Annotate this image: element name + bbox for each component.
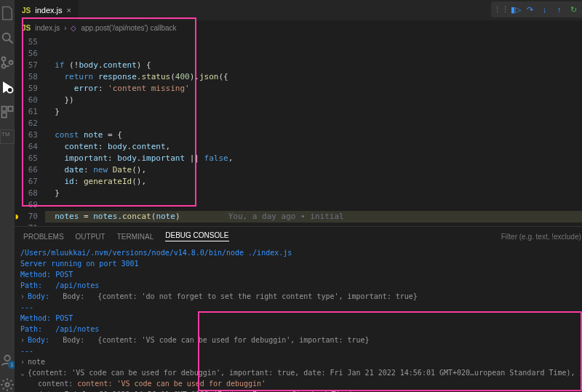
gutter: 55 56 57 58 59 60 61 62 63 64 65 66 67 6… [15,36,45,226]
console-line: Path: /api/notes [20,324,582,335]
editor-group: JS index.js × ⋮⋮ ▮▷ ↷ ↓ ↑ ↻ ◼ ▢ ⇄ ⋯ JS i… [15,0,582,392]
tab-bar: JS index.js × ⋮⋮ ▮▷ ↷ ↓ ↑ ↻ ◼ ▢ ⇄ ⋯ [15,0,582,20]
scm-icon[interactable] [0,55,15,70]
search-icon[interactable] [0,31,15,45]
accounts-icon[interactable] [0,353,15,367]
close-icon[interactable]: × [67,6,71,15]
svg-point-3 [2,65,6,68]
js-file-icon: JS [22,7,31,15]
console-filter-input[interactable] [501,233,582,241]
tab-problems[interactable]: PROBLEMS [23,233,64,241]
svg-rect-8 [8,107,12,111]
svg-point-2 [2,57,6,61]
console-line: ›Body: Body: {content: 'VS code can be u… [20,335,582,345]
svg-rect-9 [2,113,7,117]
console-line: Method: POST [20,313,582,324]
console-prop: content: content: 'VS code can be used f… [20,378,582,389]
step-out-icon[interactable]: ↑ [554,4,565,15]
step-over-icon[interactable]: ↷ [525,4,536,15]
method-icon: ◇ [71,24,76,32]
svg-point-11 [6,383,9,387]
debug-toolbar: ⋮⋮ ▮▷ ↷ ↓ ↑ ↻ ◼ [491,1,582,17]
svg-point-0 [3,33,10,41]
code-editor[interactable]: 55 56 57 58 59 60 61 62 63 64 65 66 67 6… [15,35,582,226]
continue-icon[interactable]: ▮▷ [510,4,522,15]
console-line: Method: POST [20,269,582,280]
tab-index-js[interactable]: JS index.js × [15,0,79,20]
console-line: Server running on port 3001 [20,258,582,269]
step-into-icon[interactable]: ↓ [539,4,551,15]
debug-drag-handle-icon[interactable]: ⋮⋮ [495,4,507,15]
tab-output[interactable]: OUTPUT [76,233,105,241]
console-object-line[interactable]: ⌄{content: 'VS code can be used for debu… [20,367,582,378]
debug-console[interactable]: /Users/mluukkai/.nvm/versions/node/v14.8… [15,246,582,392]
tm-icon[interactable]: TM [0,129,15,144]
extensions-icon[interactable] [0,105,15,119]
settings-gear-icon[interactable] [0,377,15,392]
breadcrumb[interactable]: JS index.js › ◇ app.post('/api/notes') c… [15,20,582,35]
js-file-icon: JS [22,24,31,32]
console-line: --- [20,345,582,356]
svg-point-6 [7,87,13,93]
files-icon[interactable] [0,6,15,20]
console-input-line: ›note [20,356,582,367]
console-prop: date: Fri Jan 21 2022 14:56:01 GMT+0200 … [20,389,582,392]
tab-terminal[interactable]: TERMINAL [117,233,154,241]
run-debug-icon[interactable] [0,80,15,95]
tab-debug-console[interactable]: DEBUG CONSOLE [165,231,228,241]
restart-icon[interactable]: ↻ [568,4,580,15]
svg-line-1 [9,40,13,44]
svg-point-10 [4,356,10,361]
activity-bar: TM [0,0,15,392]
console-line: /Users/mluukkai/.nvm/versions/node/v14.8… [20,247,582,258]
bottom-panel: PROBLEMS OUTPUT TERMINAL DEBUG CONSOLE /… [15,226,582,392]
console-line: --- [20,302,582,313]
console-line: Path: /api/notes [20,280,582,291]
svg-point-4 [9,61,13,65]
code-body[interactable]: if (!body.content) { return response.sta… [45,36,582,226]
svg-rect-7 [2,107,7,111]
console-line: ›Body: Body: {content: 'do not forget to… [20,291,582,302]
